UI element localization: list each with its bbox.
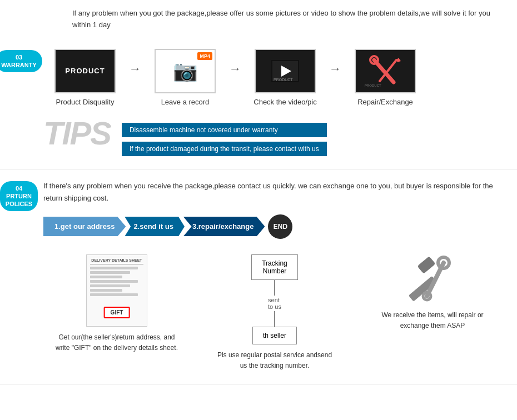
step-repair: PRODUCT Repair/Exchange bbox=[344, 49, 427, 106]
sheet-line-2 bbox=[90, 271, 130, 274]
delivery-detail: DELIVERY DETAILS SHEET GIFT Get our(the … bbox=[56, 254, 178, 353]
step-label-product: Product Disquality bbox=[56, 98, 115, 106]
tips-section: TIPS Disassemble machine not covered und… bbox=[43, 117, 506, 156]
end-badge: END bbox=[268, 214, 292, 239]
return-content: If there's any problem when you receive … bbox=[38, 170, 517, 385]
sheet-line-6 bbox=[90, 289, 122, 292]
tracking-desc: Pls use regular postal service andsend u… bbox=[213, 350, 336, 371]
sheet-line-3 bbox=[90, 276, 122, 278]
intro-text: If any problem when you got the package,… bbox=[72, 9, 490, 29]
seller-label: th seller bbox=[263, 332, 286, 339]
return-label: 04 PRTURNPOLICES bbox=[0, 170, 38, 385]
sheet-line-1 bbox=[90, 267, 138, 269]
step-label-video: Check the video/pic bbox=[253, 98, 316, 106]
warranty-label: 03 WARRANTY bbox=[0, 39, 38, 169]
track-box-bottom: th seller bbox=[252, 327, 297, 344]
track-box-top: TrackingNumber bbox=[251, 254, 298, 280]
return-details: DELIVERY DETAILS SHEET GIFT Get our(the … bbox=[43, 254, 506, 371]
tracking-diagram: TrackingNumber sentto us th seller bbox=[251, 254, 298, 344]
proc-step-2: 2.send it us bbox=[125, 217, 185, 236]
svg-text:PRODUCT: PRODUCT bbox=[274, 78, 293, 82]
tools-repair-icon: PRODUCT bbox=[363, 54, 407, 88]
proc-step-1: 1.get our address bbox=[43, 217, 126, 236]
sheet-title: DELIVERY DETAILS SHEET bbox=[90, 258, 143, 264]
tracking-detail: TrackingNumber sentto us th seller Pls u… bbox=[213, 254, 336, 371]
svg-text:PRODUCT: PRODUCT bbox=[365, 84, 381, 87]
sheet-line-4 bbox=[90, 280, 138, 283]
step-product: PRODUCT Product Disquality bbox=[43, 49, 127, 106]
arrow-3: → bbox=[329, 62, 341, 76]
warranty-content: PRODUCT Product Disquality → MP4 📷 Leave… bbox=[38, 39, 517, 169]
tip-msg-2: If the product damaged during the transi… bbox=[122, 142, 327, 156]
intro-section: If any problem when you got the package,… bbox=[0, 0, 517, 39]
process-steps: 1.get our address 2.send it us 3.repair/… bbox=[43, 214, 506, 239]
gift-badge: GIFT bbox=[104, 307, 130, 318]
track-line-2 bbox=[274, 311, 275, 327]
step-mp4: MP4 📷 Leave a record bbox=[143, 49, 227, 106]
tools-icon bbox=[402, 254, 463, 304]
tools-desc: We receive the items, will repair or exc… bbox=[371, 310, 494, 331]
arrow-2: → bbox=[229, 62, 241, 76]
step-label-repair: Repair/Exchange bbox=[357, 98, 413, 106]
play-icon: PRODUCT bbox=[271, 60, 299, 82]
arrow-1: → bbox=[129, 62, 141, 76]
tools-detail: We receive the items, will repair or exc… bbox=[371, 254, 494, 331]
camera-icon: 📷 bbox=[173, 59, 198, 83]
warranty-section: 03 WARRANTY PRODUCT Product Disquality →… bbox=[0, 39, 517, 170]
return-badge: 04 PRTURNPOLICES bbox=[0, 181, 38, 212]
tracking-number-label: TrackingNumber bbox=[262, 259, 287, 275]
mp4-image: MP4 📷 bbox=[155, 49, 216, 93]
return-section: 04 PRTURNPOLICES If there's any problem … bbox=[0, 170, 517, 386]
tips-title: TIPS bbox=[43, 117, 111, 149]
step-video: PRODUCT Check the video/pic bbox=[243, 49, 327, 106]
sheet-line-5 bbox=[90, 284, 130, 287]
step-label-mp4: Leave a record bbox=[161, 98, 210, 106]
product-image: PRODUCT bbox=[54, 49, 116, 93]
sheet-line-7 bbox=[90, 293, 138, 296]
proc-step-3: 3.repair/exchange bbox=[183, 217, 265, 236]
mp4-badge: MP4 bbox=[197, 52, 212, 60]
product-label: PRODUCT bbox=[65, 67, 105, 75]
return-badge-num: 04 bbox=[16, 185, 22, 192]
warranty-steps: PRODUCT Product Disquality → MP4 📷 Leave… bbox=[43, 49, 506, 106]
repair-image: PRODUCT bbox=[355, 49, 416, 93]
warranty-badge: 03 WARRANTY bbox=[0, 50, 42, 73]
delivery-sheet: DELIVERY DETAILS SHEET GIFT bbox=[86, 254, 147, 327]
track-line-1 bbox=[274, 280, 275, 296]
tip-msg-1: Disassemble machine not covered under wa… bbox=[122, 123, 327, 137]
video-image: PRODUCT bbox=[255, 49, 316, 93]
delivery-desc: Get our(the seller's)return address, and… bbox=[56, 332, 178, 353]
svg-rect-11 bbox=[417, 256, 435, 274]
track-mid-label: sentto us bbox=[268, 297, 281, 310]
return-intro-text: If there's any problem when you receive … bbox=[43, 180, 506, 204]
sheet-lines bbox=[90, 267, 143, 296]
tips-messages: Disassemble machine not covered under wa… bbox=[122, 123, 327, 156]
